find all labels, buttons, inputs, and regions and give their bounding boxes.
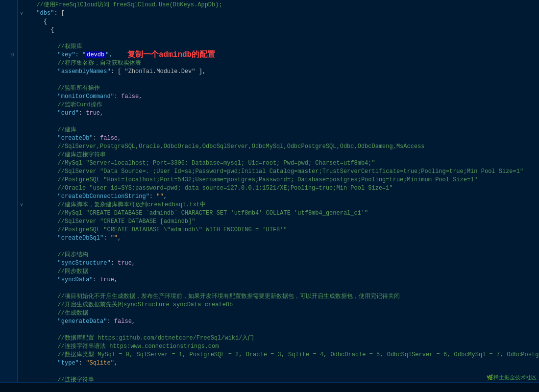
fold-indicator[interactable] [18,193,25,201]
fold-indicator[interactable] [18,26,25,34]
line-number [0,101,14,109]
fold-indicator[interactable] [18,368,25,376]
code-line: "syncStructure": true, [29,259,535,268]
code-line: //连接字符串语法 https:www.connectionstrings.co… [29,343,535,351]
line-number [0,159,14,168]
code-line: "generateData": false, [29,318,535,326]
fold-indicator[interactable] [18,126,25,134]
code-line: //生成数据 [29,309,535,318]
line-number [0,259,14,268]
fold-indicator[interactable] [18,334,25,343]
fold-indicator[interactable] [18,143,25,151]
line-numbers: 9 [0,0,18,392]
line-number [0,351,14,359]
line-number [0,59,14,68]
fold-indicator[interactable] [18,268,25,276]
line-number [0,326,14,334]
fold-indicator[interactable] [18,259,25,268]
fold-indicator[interactable] [18,118,25,126]
line-number [0,68,14,76]
code-line: //使用FreeSqlCloud访问 freeSqlCloud.Use(DbKe… [29,1,535,9]
fold-indicator[interactable] [18,284,25,293]
line-number [0,26,14,34]
fold-indicator[interactable] [18,326,25,334]
line-number [0,301,14,309]
code-line: "createDb": false, [29,134,535,143]
line-number [0,151,14,159]
fold-indicator[interactable] [18,251,25,259]
code-line: "assemblyNames": [ "ZhonTai.Module.Dev" … [29,68,535,76]
fold-indicator[interactable] [18,84,25,93]
fold-indicator[interactable] [18,318,25,326]
fold-indicator[interactable] [18,34,25,43]
fold-indicator[interactable] [18,309,25,318]
line-number [0,176,14,184]
editor-container: 9 ∨∨∨ //使用FreeSqlCloud访问 freeSqlCloud.Us… [0,0,539,392]
fold-indicator[interactable] [18,59,25,68]
fold-indicator[interactable] [18,351,25,359]
fold-indicator[interactable] [18,101,25,109]
fold-indicator[interactable] [18,18,25,26]
line-number [0,118,14,126]
fold-indicator[interactable] [18,51,25,59]
fold-indicator[interactable] [18,134,25,143]
fold-indicator[interactable] [18,184,25,193]
line-number [0,193,14,201]
code-line: //PostgreSQL "Host=localhost;Port=5432;U… [29,176,535,184]
line-number [0,201,14,209]
line-number [0,126,14,134]
watermark: 🌿稀土掘金技术社区 [487,374,537,381]
code-line: "createDbSql": "", [29,234,535,243]
fold-indicator[interactable] [18,276,25,284]
fold-indicator[interactable] [18,293,25,301]
fold-indicator[interactable] [18,218,25,226]
line-number [0,76,14,84]
fold-indicator[interactable] [18,93,25,101]
fold-indicator[interactable] [18,176,25,184]
code-line: //SqlServer "CREATE DATABASE [admindb]" [29,218,535,226]
code-line: //SqlServer "Data Source=. ;User Id=sa;P… [29,168,535,176]
fold-indicator[interactable] [18,1,25,9]
fold-indicator[interactable]: ∨ [18,9,25,18]
fold-indicator[interactable] [18,343,25,351]
code-line [29,284,535,293]
code-line: "type": "Sqlite", [29,359,535,368]
line-number [0,251,14,259]
line-number [0,168,14,176]
line-number [0,334,14,343]
line-number [0,34,14,43]
code-area[interactable]: //使用FreeSqlCloud访问 freeSqlCloud.Use(DbKe… [25,0,539,392]
code-line [29,326,535,334]
line-number [0,368,14,376]
fold-indicator[interactable] [18,243,25,251]
code-line: "curd": true, [29,109,535,118]
status-bar [0,382,539,392]
fold-indicator[interactable] [18,151,25,159]
line-number [0,184,14,193]
fold-indicator[interactable] [18,234,25,243]
fold-indicator[interactable] [18,168,25,176]
line-number [0,343,14,351]
line-number [0,293,14,301]
fold-indicator[interactable]: ∨ [18,201,25,209]
code-line: //监听Curd操作 [29,101,535,109]
fold-indicator[interactable] [18,209,25,218]
fold-gutter[interactable]: ∨∨∨ [18,0,25,392]
line-number [0,226,14,234]
code-line: //权限库 [29,43,535,51]
fold-indicator[interactable] [18,43,25,51]
fold-indicator[interactable] [18,76,25,84]
fold-indicator[interactable] [18,159,25,168]
code-line: { [29,18,535,26]
line-number [0,143,14,151]
code-line: //程序集名称，自动获取实体表 [29,59,535,68]
fold-indicator[interactable] [18,68,25,76]
fold-indicator[interactable] [18,226,25,234]
fold-indicator[interactable] [18,301,25,309]
fold-indicator[interactable] [18,109,25,118]
code-line: //数据库配置 https:github.com/dotnetcore/Free… [29,334,535,343]
fold-indicator[interactable] [18,359,25,368]
code-line: { [29,26,535,34]
code-line: //MySql "CREATE DATABASE `admindb` CHARA… [29,209,535,218]
code-line: //同步结构 [29,251,535,259]
